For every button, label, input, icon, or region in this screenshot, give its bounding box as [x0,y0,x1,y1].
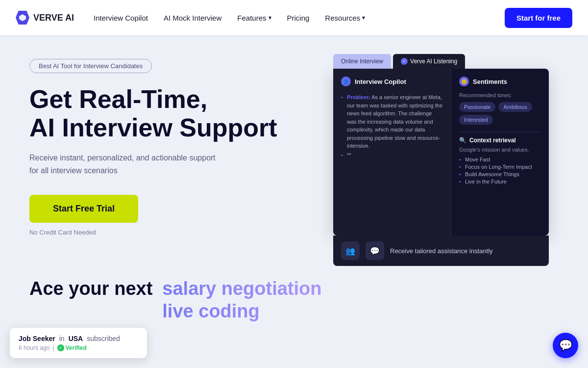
sentiments-title: Sentiments [473,78,507,85]
verified-label: Verified [66,344,87,351]
chat-support-button[interactable]: 💬 [553,333,578,358]
gradient-line2: live coding [162,300,321,323]
notif-time-row: 6 hours ago | ✓ Verified [19,344,138,351]
logo-text: VERVE AI [33,13,74,23]
notification-badge: Job Seeker in USA subscribed 6 hours ago… [10,328,147,358]
nav-pricing[interactable]: Pricing [287,14,310,22]
nav-interview-copilot[interactable]: Interview Copilot [94,14,148,22]
tone-tag-passionate: Passionate [459,102,495,112]
chat-icon-button[interactable]: 💬 [366,241,384,260]
hero-section: Best AI Tool for Interview Candidates Ge… [0,35,588,266]
bottom-assistance-text: Receive tailored assistance instantly [390,247,493,255]
tone-tags: Passionate Ambitious Interested [459,102,541,125]
hero-title-line1: Get Real-Time, [29,85,207,113]
start-for-free-button[interactable]: Start for free [505,8,572,28]
chat-support-icon: 💬 [559,339,572,352]
problem-label: Problem: [347,94,370,100]
notif-time-text: 6 hours ago [19,344,49,351]
verve-ai-check-icon: ✓ [401,58,408,65]
recommended-label: Recommended tones: [459,92,541,98]
sentiments-icon: 😊 [459,77,469,86]
copilot-extra-item: ** [341,151,443,159]
notif-country: USA [69,335,83,342]
copilot-problem-item: Problem: As a senior engineer at Meta, o… [341,93,443,150]
sentiments-header: 😊 Sentiments [459,77,541,86]
notif-in: in [59,335,65,342]
context-list: Move Fast Focus on Long-Term Impact Buil… [459,157,541,184]
hero-badge: Best AI Tool for Interview Candidates [29,59,152,73]
ace-title: Ace your next [29,278,152,299]
navbar: VERVE AI Interview Copilot AI Mock Inter… [0,0,588,35]
logo[interactable]: VERVE AI [16,11,74,25]
nav-ai-mock-interview[interactable]: AI Mock Interview [164,14,221,22]
demo-tab-verve-ai[interactable]: ✓ Verve AI Listening [393,54,465,69]
verified-icon: ✓ [57,344,64,351]
copilot-panel: 👤 Interview Copilot Problem: As a senior… [333,69,451,236]
hero-title-line2: AI Interview Support [29,113,277,142]
copilot-bullet-list: Problem: As a senior engineer at Meta, o… [341,93,443,159]
context-item-1: Move Fast [459,157,541,162]
context-header: 🔍 Context retrieval [459,137,541,144]
hero-demo: Online Interview ✓ Verve AI Listening 👤 … [333,54,549,266]
context-item-4: Live in the Future [459,179,541,184]
nav-resources[interactable]: Resources [325,14,365,22]
context-subtitle: Google's mission and values. [459,147,541,153]
tone-tag-interested: Interested [459,115,493,125]
hero-left: Best AI Tool for Interview Candidates Ge… [29,59,304,236]
problem-text: As a senior engineer at Meta, our team w… [347,94,442,149]
ace-text-block: Ace your next [29,278,152,300]
notif-subscribed: subscribed [87,335,120,342]
context-item-3: Build Awesome Things [459,171,541,177]
sentiments-panel: 😊 Sentiments Recommended tones: Passiona… [451,69,549,236]
gradient-text-block: salary negotiation live coding [162,278,321,322]
copilot-panel-title: Interview Copilot [355,78,406,85]
start-free-trial-button[interactable]: Start Free Trial [29,195,138,223]
hero-title: Get Real-Time, AI Interview Support [29,85,304,142]
copilot-icon: 👤 [341,77,351,86]
hero-subtitle: Receive instant, personalized, and actio… [29,152,304,177]
notif-name: Job Seeker [19,335,55,342]
svg-marker-0 [19,14,26,21]
nav-links: Interview Copilot AI Mock Interview Feat… [94,14,485,22]
context-title: Context retrieval [469,137,516,144]
bottom-section: Ace your next salary negotiation live co… [0,266,588,322]
demo-tab-online-interview[interactable]: Online Interview [333,54,391,69]
context-item-2: Focus on Long-Term Impact [459,164,541,170]
demo-bottom-bar: 👥 💬 Receive tailored assistance instantl… [333,236,549,266]
divider [459,131,541,132]
no-credit-card-label: No Credit Card Needed [29,229,304,236]
search-icon: 🔍 [459,137,466,144]
gradient-line1: salary negotiation [162,278,321,300]
copilot-content: Problem: As a senior engineer at Meta, o… [341,93,443,159]
participants-icon-button[interactable]: 👥 [341,241,360,260]
verified-badge: ✓ Verified [57,344,87,351]
tone-tag-ambitious: Ambitious [498,102,532,112]
logo-icon [16,11,29,25]
demo-body: 👤 Interview Copilot Problem: As a senior… [333,69,549,236]
copilot-panel-header: 👤 Interview Copilot [341,77,443,86]
notification-row: Job Seeker in USA subscribed [19,335,138,342]
nav-features[interactable]: Features [237,14,271,22]
demo-outer-tabs: Online Interview ✓ Verve AI Listening [333,54,549,69]
